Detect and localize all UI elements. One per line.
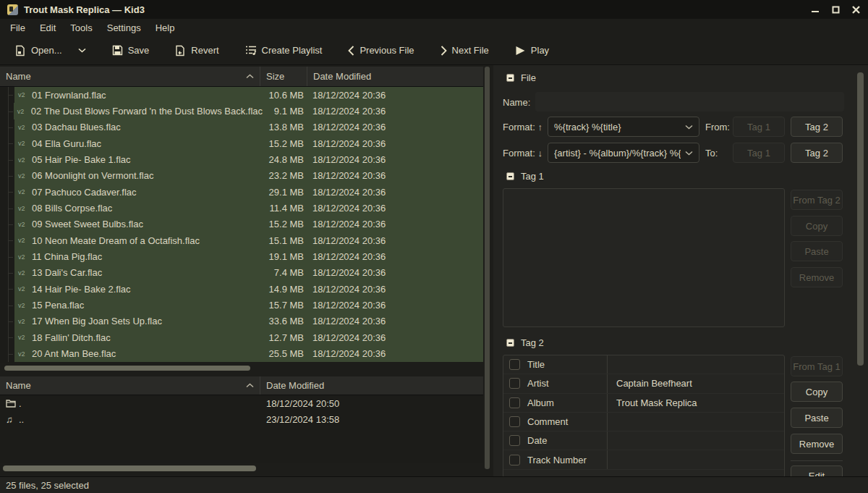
tag2-field-row: Date: [503, 431, 784, 450]
tag1-section-header[interactable]: Tag 1: [506, 171, 544, 182]
tag2-fields-table: TitleArtistCaptain BeefheartAlbumTrout M…: [503, 355, 785, 476]
format-from-filename-combobox[interactable]: %{track} %{title}: [548, 117, 699, 137]
table-row[interactable]: v201 Frownland.flac10.6 MB18/12/2024 20:…: [0, 87, 483, 103]
column-header-date[interactable]: Date Modified: [260, 376, 483, 395]
table-row[interactable]: v213 Dali's Car.flac7.4 MB18/12/2024 20:…: [0, 265, 483, 281]
tree-branch: [0, 329, 14, 345]
folder-list-hscrollbar[interactable]: [0, 464, 483, 473]
tag1-paste-button[interactable]: Paste: [791, 241, 843, 261]
scrollbar-thumb[interactable]: [3, 465, 256, 471]
tree-branch: [0, 265, 14, 281]
open-dropdown-chevron-icon[interactable]: [72, 43, 93, 57]
field-checkbox[interactable]: [509, 359, 520, 370]
file-table-header: Name Size Date Modified: [0, 67, 483, 87]
file-size: 15.2 MB: [263, 138, 310, 149]
tag1-copy-button[interactable]: Copy: [791, 216, 843, 236]
tag1-from-tag2-button[interactable]: From Tag 2: [791, 190, 843, 210]
file-date: 18/12/2024 20:36: [310, 122, 483, 132]
file-name: 17 When Big Joan Sets Up.flac: [32, 316, 263, 326]
menu-item-tools[interactable]: Tools: [63, 20, 99, 35]
table-row[interactable]: v211 China Pig.flac19.1 MB18/12/2024 20:…: [0, 248, 483, 264]
file-name: 18 Fallin' Ditch.flac: [32, 332, 263, 343]
field-checkbox[interactable]: [509, 397, 520, 408]
field-checkbox[interactable]: [509, 416, 520, 427]
column-header-size[interactable]: Size: [260, 67, 307, 86]
column-header-date[interactable]: Date Modified: [307, 67, 483, 86]
tag2-paste-button[interactable]: Paste: [791, 408, 843, 428]
tag2-remove-button[interactable]: Remove: [791, 434, 843, 454]
collapse-icon[interactable]: [506, 172, 514, 180]
tag2-section-title: Tag 2: [521, 337, 544, 348]
tag2-section-header[interactable]: Tag 2: [506, 337, 544, 348]
field-label: Title: [520, 359, 607, 370]
column-divider: [607, 355, 608, 374]
titlebar: Trout Mask Replica — Kid3: [0, 0, 868, 19]
tag2-copy-button[interactable]: Copy: [791, 382, 843, 402]
panel-splitter[interactable]: [485, 67, 490, 469]
tree-branch: [0, 346, 14, 362]
table-row[interactable]: v217 When Big Joan Sets Up.flac33.6 MB18…: [0, 313, 483, 329]
file-list-hscrollbar[interactable]: [0, 365, 483, 371]
file-section-header[interactable]: File: [506, 72, 536, 83]
collapse-icon[interactable]: [506, 339, 514, 347]
tree-branch: [0, 184, 14, 200]
tag2-from-tag1-button[interactable]: From Tag 1: [791, 356, 843, 376]
table-row[interactable]: v203 Dachau Blues.flac13.8 MB18/12/2024 …: [0, 119, 483, 135]
table-row[interactable]: v207 Pachuco Cadaver.flac29.1 MB18/12/20…: [0, 184, 483, 200]
field-value[interactable]: Trout Mask Replica: [608, 397, 784, 408]
open-button[interactable]: Open...: [9, 41, 69, 61]
table-row[interactable]: v210 Neon Meate Dream of a Octafish.flac…: [0, 232, 483, 248]
menu-item-help[interactable]: Help: [148, 20, 182, 35]
table-row[interactable]: v208 Bills Corpse.flac11.4 MB18/12/2024 …: [0, 200, 483, 216]
file-size: 12.7 MB: [263, 332, 310, 343]
table-row[interactable]: v209 Sweet Sweet Bulbs.flac15.2 MB18/12/…: [0, 216, 483, 232]
to-tag2-button[interactable]: Tag 2: [791, 143, 843, 163]
tree-branch: [0, 200, 14, 216]
maximize-icon[interactable]: [827, 4, 843, 15]
menu-item-edit[interactable]: Edit: [33, 20, 63, 35]
play-button[interactable]: Play: [509, 41, 556, 60]
minimize-icon[interactable]: [807, 4, 823, 15]
folder-table-header: Name Date Modified: [0, 376, 483, 395]
scrollbar-thumb[interactable]: [857, 72, 864, 366]
to-label: To:: [705, 148, 718, 159]
list-item[interactable]: ♫..23/12/2024 13:58: [0, 411, 483, 427]
field-checkbox[interactable]: [509, 455, 520, 465]
field-checkbox[interactable]: [509, 378, 520, 389]
folder-date: 23/12/2024 13:58: [260, 414, 483, 425]
table-row[interactable]: v205 Hair Pie- Bake 1.flac24.8 MB18/12/2…: [0, 151, 483, 167]
field-value[interactable]: Captain Beefheart: [608, 378, 784, 389]
tag2-edit-button[interactable]: Edit: [791, 465, 843, 476]
menu-item-file[interactable]: File: [3, 20, 33, 35]
table-row[interactable]: v218 Fallin' Ditch.flac12.7 MB18/12/2024…: [0, 329, 483, 345]
save-button[interactable]: Save: [106, 41, 156, 60]
sort-ascending-icon: [246, 74, 254, 79]
previous-file-button[interactable]: Previous File: [341, 41, 420, 60]
scrollbar-thumb[interactable]: [4, 366, 250, 371]
to-tag1-button[interactable]: Tag 1: [733, 143, 785, 163]
from-tag1-button[interactable]: Tag 1: [733, 117, 785, 137]
format-to-filename-combobox[interactable]: {artist} - %{album}/%{track} %{title}: [548, 143, 699, 163]
file-date: 18/12/2024 20:36: [310, 154, 483, 165]
column-header-name[interactable]: Name: [0, 67, 260, 86]
list-item[interactable]: .18/12/2024 20:50: [0, 395, 483, 411]
field-checkbox[interactable]: [509, 435, 520, 446]
revert-button[interactable]: Revert: [169, 41, 225, 61]
next-file-button[interactable]: Next File: [434, 41, 495, 60]
menu-item-settings[interactable]: Settings: [100, 20, 148, 35]
table-row[interactable]: v215 Pena.flac15.7 MB18/12/2024 20:36: [0, 297, 483, 313]
from-tag2-button[interactable]: Tag 2: [791, 117, 843, 137]
create-playlist-button[interactable]: Create Playlist: [239, 41, 329, 60]
panel-vscrollbar[interactable]: [857, 69, 864, 472]
filename-input[interactable]: [535, 92, 844, 111]
collapse-icon[interactable]: [506, 74, 514, 82]
close-icon[interactable]: [848, 4, 864, 15]
table-row[interactable]: v204 Ella Guru.flac15.2 MB18/12/2024 20:…: [0, 135, 483, 151]
toolbar: Open... Save Revert Create Playlist: [0, 36, 868, 65]
table-row[interactable]: v206 Moonlight on Vermont.flac23.2 MB18/…: [0, 168, 483, 184]
table-row[interactable]: v214 Hair Pie- Bake 2.flac14.9 MB18/12/2…: [0, 281, 483, 297]
table-row[interactable]: v220 Ant Man Bee.flac25.5 MB18/12/2024 2…: [0, 346, 483, 362]
table-row[interactable]: v202 The Dust Blows Forward 'n the Dust …: [0, 103, 483, 119]
tag1-remove-button[interactable]: Remove: [791, 267, 843, 287]
column-header-name[interactable]: Name: [0, 376, 260, 395]
